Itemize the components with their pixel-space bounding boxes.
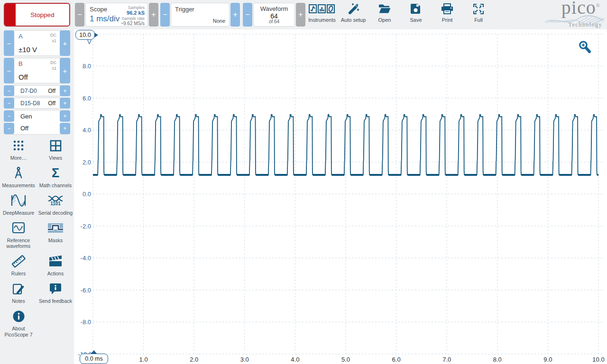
save-label: Save xyxy=(410,17,422,23)
minus-icon: − xyxy=(7,39,11,47)
timebase-value: 1 ms/div xyxy=(90,14,120,24)
about-label: About PicoScope 7 xyxy=(0,326,37,337)
auto-setup-label: Auto setup xyxy=(341,17,366,23)
minus-icon: − xyxy=(7,100,10,107)
stop-indicator xyxy=(5,4,16,26)
plus-icon: + xyxy=(151,11,156,18)
plus-icon: + xyxy=(63,100,66,107)
reference-waveforms-button[interactable]: Reference waveforms xyxy=(0,221,37,249)
channel-b-range: Off xyxy=(18,73,28,81)
gen-state: Off xyxy=(20,125,28,132)
x-tick-label: 3.0 xyxy=(240,356,249,363)
serial-decoding-button[interactable]: 1101 Serial decoding xyxy=(37,193,74,216)
scope-title: Scope xyxy=(90,6,107,13)
gen-label: Gen xyxy=(20,113,32,120)
y-tick-label: -2.0 xyxy=(81,223,91,230)
trigger-increase-button[interactable]: + xyxy=(230,3,240,27)
plus-icon: + xyxy=(63,67,67,75)
scope-decrease-button[interactable]: − xyxy=(75,3,84,27)
x-tick-label: 7.0 xyxy=(442,356,451,363)
views-label: Views xyxy=(49,155,62,161)
gen-off-increase-button[interactable]: + xyxy=(60,123,70,134)
sigma-icon: Σ xyxy=(52,166,59,180)
channel-a-decrease-button[interactable]: − xyxy=(4,30,14,56)
instruments-button[interactable]: Instruments xyxy=(308,2,336,27)
channel-b-increase-button[interactable]: + xyxy=(60,58,70,83)
measurements-label: Measurements xyxy=(2,182,35,188)
about-button[interactable]: About PicoScope 7 xyxy=(0,309,37,337)
more-dots-icon xyxy=(13,138,24,153)
gen-increase-button[interactable]: + xyxy=(60,110,70,122)
masks-button[interactable]: Masks xyxy=(37,221,74,249)
save-floppy-icon xyxy=(410,2,422,16)
open-button[interactable]: Open xyxy=(371,2,398,27)
full-screen-button[interactable]: Full xyxy=(465,2,492,27)
channel-a-increase-button[interactable]: + xyxy=(60,30,70,56)
channel-b-meta: DC x1 xyxy=(50,60,56,71)
notes-button[interactable]: Notes xyxy=(0,282,37,304)
deepmeasure-button[interactable]: DeepMeasure xyxy=(0,193,37,216)
channel-b-name: B xyxy=(18,60,23,67)
save-button[interactable]: Save xyxy=(402,2,430,27)
waveform-next-button[interactable]: + xyxy=(296,3,305,27)
y-tick-label: 6.0 xyxy=(83,95,91,102)
scope-view[interactable]: 8.06.04.02.00.0-2.0-4.0-6.0-8.01.02.03.0… xyxy=(74,29,607,364)
gen-decrease-button[interactable]: − xyxy=(4,110,14,122)
minus-icon: − xyxy=(7,67,11,75)
views-button[interactable]: Views xyxy=(37,138,74,161)
reference-waveforms-label: Reference waveforms xyxy=(0,237,37,249)
zoom-magnifier-icon[interactable] xyxy=(578,40,592,55)
more-button[interactable]: More… xyxy=(0,138,37,161)
run-stop-button[interactable]: Stopped xyxy=(4,3,70,27)
rulers-button[interactable]: Rulers xyxy=(0,254,37,276)
plus-icon: + xyxy=(298,11,303,18)
run-state-label: Stopped xyxy=(16,4,69,26)
sidebar-tools: More… Views Measurements Σ xyxy=(0,138,74,343)
waveform-panel[interactable]: Waveform 64 of 64 xyxy=(253,3,295,27)
samples-label: Samples xyxy=(120,5,145,10)
scope-panel[interactable]: Scope 1 ms/div Samples 96.2 kS Sample ra… xyxy=(85,3,148,27)
channel-b-probe: x1 xyxy=(50,66,56,72)
sample-rate-value: ~9.62 MS/s xyxy=(120,21,145,27)
d7-d0-increase-button[interactable]: + xyxy=(60,85,70,96)
d15-d8-increase-button[interactable]: + xyxy=(60,98,70,109)
minus-icon: − xyxy=(77,11,82,18)
send-feedback-button[interactable]: Send feedback xyxy=(37,282,74,304)
math-channels-button[interactable]: Σ Math channels xyxy=(37,166,74,188)
d7-d0-state: Off xyxy=(48,86,55,96)
x-tick-label: 1.0 xyxy=(139,356,148,363)
pico-technology-logo: pico® Technology xyxy=(544,1,604,28)
masks-icon xyxy=(48,221,63,235)
print-button[interactable]: Print xyxy=(433,2,461,27)
y-axis-range-tag[interactable]: 10.0 xyxy=(75,30,95,40)
x-axis-offset-tag[interactable]: 0.0 ms xyxy=(80,354,108,364)
measurements-button[interactable]: Measurements xyxy=(0,166,37,188)
x-tick-label: 2.0 xyxy=(190,356,198,363)
d15-d8-decrease-button[interactable]: − xyxy=(4,98,14,109)
x-tick-label: 8.0 xyxy=(493,356,502,363)
channel-a-range: ±10 V xyxy=(18,46,37,54)
d15-d8-label: D15-D8 xyxy=(20,98,40,108)
open-label: Open xyxy=(378,17,391,23)
math-channels-label: Math channels xyxy=(39,182,72,188)
scope-stats: Samples 96.2 kS Sample rate ~9.62 MS/s xyxy=(120,5,145,27)
send-feedback-label: Send feedback xyxy=(39,298,72,304)
gen-off-decrease-button[interactable]: − xyxy=(4,123,14,134)
auto-setup-button[interactable]: Auto setup xyxy=(340,2,367,27)
y-axis-unit: V xyxy=(87,38,92,46)
trigger-decrease-button[interactable]: − xyxy=(160,3,170,27)
instruments-label: Instruments xyxy=(308,17,335,23)
waveform-total: of 64 xyxy=(254,19,294,24)
top-toolbar: Stopped − Scope 1 ms/div Samples 96.2 kS… xyxy=(0,0,607,30)
actions-button[interactable]: Actions xyxy=(37,254,74,276)
scope-increase-button[interactable]: + xyxy=(149,3,158,27)
rulers-label: Rulers xyxy=(11,271,26,276)
y-tick-label: -6.0 xyxy=(81,287,91,294)
channel-b-decrease-button[interactable]: − xyxy=(4,58,14,83)
d7-d0-decrease-button[interactable]: − xyxy=(4,85,14,96)
views-grid-icon xyxy=(50,138,62,153)
trigger-panel[interactable]: Trigger None xyxy=(171,3,230,27)
waveform-plot[interactable]: 8.06.04.02.00.0-2.0-4.0-6.0-8.01.02.03.0… xyxy=(74,29,607,364)
y-tick-label: 8.0 xyxy=(83,63,91,70)
waveform-previous-button[interactable]: − xyxy=(243,3,252,27)
